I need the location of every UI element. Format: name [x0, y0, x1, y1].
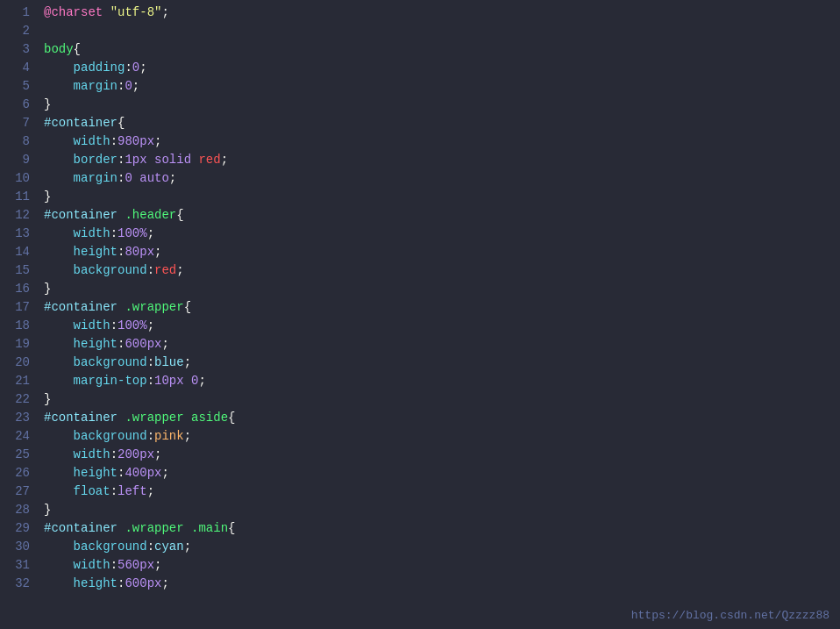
code-line: height:600px;: [44, 575, 833, 593]
token-value: 80px: [125, 245, 154, 259]
token-value-red: red: [154, 263, 176, 277]
token-value: 400px: [125, 466, 161, 480]
token-property: margin-top: [44, 374, 147, 388]
line-number: 32: [7, 575, 30, 593]
token-punctuation: :: [147, 374, 154, 388]
code-line: width:100%;: [44, 317, 833, 335]
token-punctuation: ;: [154, 558, 161, 572]
line-number: 28: [7, 501, 30, 519]
token-punctuation: }: [44, 189, 51, 204]
token-value-pink: pink: [154, 429, 184, 443]
code-line: #container .wrapper .main{: [44, 519, 833, 538]
code-content[interactable]: @charset "utf-8"; body{ padding:0; margi…: [37, 4, 840, 625]
line-number: 26: [7, 464, 30, 482]
line-number: 23: [7, 409, 30, 427]
token-value: 1px solid: [125, 153, 198, 167]
token-punctuation: :: [110, 318, 117, 332]
code-line: #container .wrapper{: [44, 298, 833, 317]
token-punctuation: :: [125, 61, 132, 75]
token-punctuation: ;: [198, 374, 205, 388]
line-number: 14: [7, 243, 30, 261]
token-punctuation: {: [228, 411, 235, 425]
token-property: width: [44, 318, 110, 332]
token-id-selector: #container: [44, 208, 125, 222]
token-value: 100%: [117, 226, 147, 240]
token-punctuation: }: [44, 392, 51, 406]
token-property: background: [44, 263, 147, 277]
token-punctuation: ;: [161, 5, 168, 19]
token-punctuation: {: [228, 521, 235, 535]
token-punctuation: :: [110, 484, 117, 498]
token-value: left: [117, 484, 147, 498]
code-line: height:400px;: [44, 464, 833, 482]
token-punctuation: }: [44, 282, 51, 296]
line-number: 21: [7, 372, 30, 390]
token-punctuation: }: [44, 97, 51, 111]
token-punctuation: ;: [154, 134, 161, 148]
code-line: margin-top:10px 0;: [44, 372, 833, 390]
line-number: 8: [7, 132, 30, 151]
token-value: 0 auto: [125, 171, 168, 185]
token-id-selector: #container: [44, 116, 117, 130]
token-property: background: [44, 355, 147, 369]
code-line: #container .wrapper aside{: [44, 409, 833, 427]
code-line: background:blue;: [44, 354, 833, 372]
code-line: float:left;: [44, 482, 833, 501]
line-number: 30: [7, 538, 30, 556]
line-number: 18: [7, 317, 30, 335]
token-punctuation: ;: [184, 429, 191, 443]
token-punctuation: ;: [184, 540, 191, 554]
code-line: border:1px solid red;: [44, 151, 833, 169]
line-number: 10: [7, 169, 30, 188]
token-value: 200px: [117, 447, 154, 461]
code-line: }: [44, 501, 833, 519]
token-at-rule: @charset: [44, 5, 110, 19]
line-number: 3: [7, 40, 30, 59]
code-line: body{: [44, 40, 833, 59]
line-number: 15: [7, 261, 30, 280]
token-number: 0: [132, 61, 139, 75]
line-number: 13: [7, 225, 30, 243]
token-punctuation: ;: [147, 484, 154, 498]
token-property: margin: [44, 79, 117, 93]
token-property: height: [44, 466, 117, 480]
code-line: @charset "utf-8";: [44, 4, 833, 22]
token-value-red: red: [198, 153, 220, 167]
token-punctuation: {: [74, 42, 81, 56]
token-punctuation: {: [117, 116, 125, 130]
token-class-selector: .wrapper: [125, 300, 183, 314]
token-string: "utf-8": [110, 5, 162, 19]
token-id-selector: #container: [44, 300, 125, 314]
token-id-selector: #container: [44, 411, 125, 425]
code-line: }: [44, 188, 833, 206]
code-area: 1234567891011121314151617181920212223242…: [0, 0, 840, 629]
token-punctuation: ;: [161, 337, 168, 351]
line-number: 25: [7, 446, 30, 464]
token-property: height: [44, 576, 117, 590]
token-punctuation: :: [147, 355, 154, 369]
code-line: #container .header{: [44, 206, 833, 225]
token-selector: body: [44, 42, 74, 56]
token-value: 100%: [117, 318, 147, 332]
line-number: 27: [7, 482, 30, 501]
code-line: margin:0 auto;: [44, 169, 833, 188]
token-property: width: [44, 558, 110, 572]
token-punctuation: ;: [139, 61, 146, 75]
code-line: background:cyan;: [44, 538, 833, 556]
token-property: margin: [44, 171, 117, 185]
token-punctuation: {: [176, 208, 183, 222]
line-number: 11: [7, 188, 30, 206]
token-punctuation: ;: [132, 79, 139, 93]
token-property: height: [44, 337, 117, 351]
line-number: 7: [7, 114, 30, 132]
token-value-cyan: cyan: [154, 540, 184, 554]
token-punctuation: ;: [147, 226, 154, 240]
watermark: https://blog.csdn.net/Qzzzz88: [631, 609, 829, 622]
token-punctuation: :: [110, 226, 117, 240]
line-number: 4: [7, 59, 30, 77]
line-number: 17: [7, 298, 30, 317]
token-punctuation: :: [147, 429, 154, 443]
code-line: padding:0;: [44, 59, 833, 77]
token-punctuation: ;: [176, 263, 183, 277]
token-value-cyan: blue: [154, 355, 184, 369]
